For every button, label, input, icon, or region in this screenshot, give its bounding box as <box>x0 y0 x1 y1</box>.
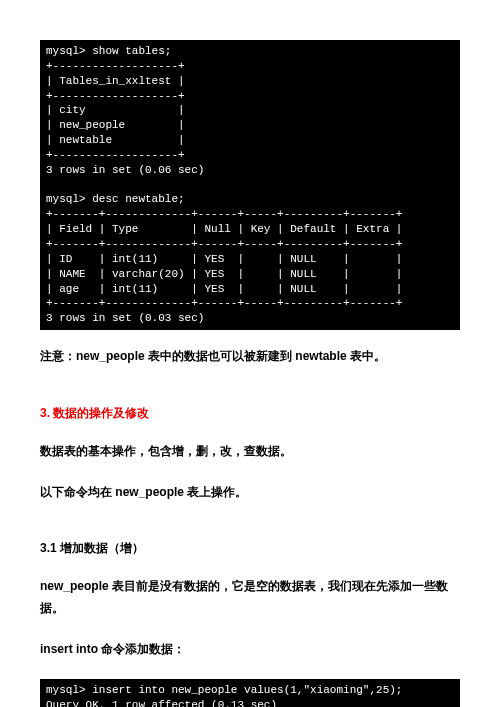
section-3-1-p2: insert into 命令添加数据： <box>40 638 460 661</box>
terminal-block-1: mysql> show tables; +-------------------… <box>40 40 460 330</box>
note-newpeople: 注意：new_people 表中的数据也可以被新建到 newtable 表中。 <box>40 348 460 365</box>
section-3-1-p1: new_people 表目前是没有数据的，它是空的数据表，我们现在先添加一些数据… <box>40 575 460 621</box>
terminal-block-2: mysql> insert into new_people values(1,"… <box>40 679 460 707</box>
section-3-heading: 3. 数据的操作及修改 <box>40 405 460 422</box>
section-3-p2: 以下命令均在 new_people 表上操作。 <box>40 481 460 504</box>
section-3-1-heading: 3.1 增加数据（增） <box>40 540 460 557</box>
section-3-p1: 数据表的基本操作，包含增，删，改，查数据。 <box>40 440 460 463</box>
